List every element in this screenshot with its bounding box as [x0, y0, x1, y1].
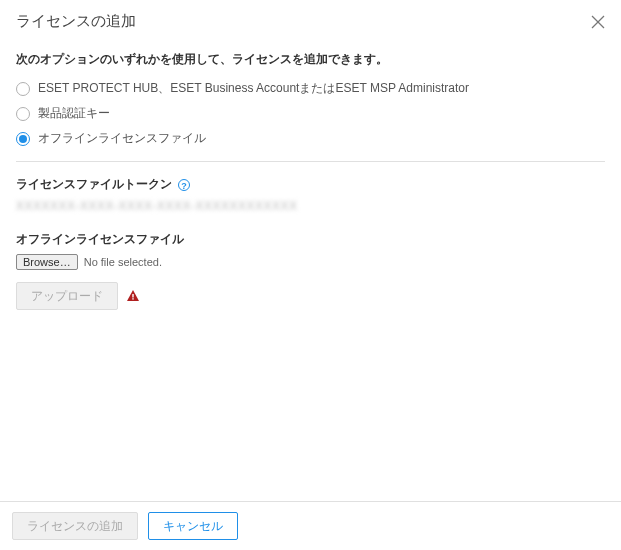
radio-icon: [16, 107, 30, 121]
radio-icon: [16, 82, 30, 96]
divider: [16, 161, 605, 162]
file-section-label: オフラインライセンスファイル: [16, 231, 184, 248]
token-value: XXXXXXX-XXXX-XXXX-XXXX-XXXXXXXXXXXX: [16, 199, 605, 213]
dialog-footer: ライセンスの追加 キャンセル: [0, 501, 621, 550]
help-icon[interactable]: ?: [178, 179, 190, 191]
option-eset-accounts[interactable]: ESET PROTECT HUB、ESET Business Accountまた…: [16, 80, 605, 97]
dialog-title: ライセンスの追加: [16, 12, 136, 31]
svg-rect-3: [132, 298, 133, 299]
instruction-text: 次のオプションのいずれかを使用して、ライセンスを追加できます。: [16, 51, 605, 68]
option-label: ESET PROTECT HUB、ESET Business Accountまた…: [38, 80, 469, 97]
radio-icon: [16, 132, 30, 146]
token-label-text: ライセンスファイルトークン: [16, 176, 172, 193]
cancel-button[interactable]: キャンセル: [148, 512, 238, 540]
warning-icon: [126, 289, 140, 303]
option-label: 製品認証キー: [38, 105, 110, 122]
no-file-text: No file selected.: [84, 256, 162, 268]
file-label-text: オフラインライセンスファイル: [16, 231, 184, 248]
svg-rect-2: [132, 294, 133, 298]
browse-button[interactable]: Browse…: [16, 254, 78, 270]
close-icon[interactable]: [591, 15, 605, 29]
option-label: オフラインライセンスファイル: [38, 130, 206, 147]
upload-button: アップロード: [16, 282, 118, 310]
option-product-key[interactable]: 製品認証キー: [16, 105, 605, 122]
add-license-button: ライセンスの追加: [12, 512, 138, 540]
option-offline-file[interactable]: オフラインライセンスファイル: [16, 130, 605, 147]
token-section-label: ライセンスファイルトークン ?: [16, 176, 190, 193]
